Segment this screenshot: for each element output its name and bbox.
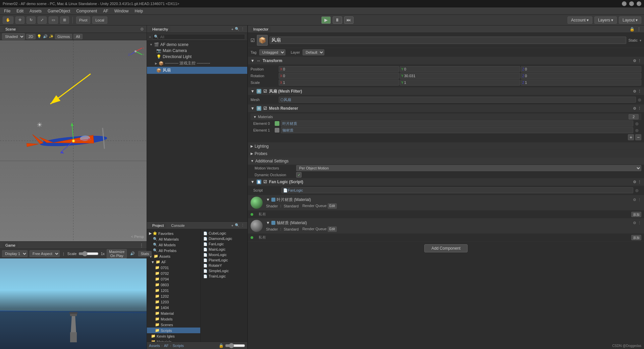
mat2-options-icon[interactable]: ⚙: [633, 221, 636, 225]
mesh-filter-header[interactable]: ▼ ⊞ ☑ 风扇 (Mesh Filter) ⚙ ⋮: [248, 88, 644, 95]
menu-component[interactable]: Component: [73, 8, 100, 14]
hierarchy-search-icon[interactable]: 🔍: [235, 27, 239, 31]
additional-settings-header[interactable]: ▼ Additional Settings: [248, 157, 644, 165]
probes-section-row[interactable]: ▶ Probes: [248, 150, 644, 157]
transform-component-header[interactable]: ▼ ↔ Transform ⚙ ⋮: [248, 57, 644, 64]
display-select[interactable]: Display 1: [2, 250, 28, 257]
file-simple-logic[interactable]: 📄 SimpleLogic: [202, 268, 246, 273]
position-z-field[interactable]: Z 0: [521, 66, 641, 72]
mat2-overflow-icon[interactable]: ⋮: [638, 221, 641, 225]
account-button[interactable]: Account ▾: [568, 16, 592, 24]
tab-hierarchy[interactable]: Hierarchy: [150, 27, 171, 32]
checkbox-mesh-filter[interactable]: ☑: [263, 89, 267, 94]
rect-tool[interactable]: ▭: [49, 16, 58, 24]
transform-overflow-icon[interactable]: ⋮: [638, 59, 641, 63]
minimize-button[interactable]: —: [622, 1, 627, 6]
scale-x-field[interactable]: X 1: [279, 80, 399, 86]
file-cube-logic[interactable]: 📄 CubeLogic: [202, 231, 246, 236]
file-diamond-logic[interactable]: 📄 DiamondLogic: [202, 236, 246, 241]
pivot-button[interactable]: Pivot: [76, 16, 90, 24]
file-train-logic[interactable]: 📄 TrainLogic: [202, 273, 246, 279]
project-options-icon[interactable]: ⋮: [241, 223, 245, 228]
remove-material-button[interactable]: −: [635, 134, 641, 140]
file-rotate-y[interactable]: 📄 RotateY: [202, 263, 246, 268]
tree-all-prefabs[interactable]: 🔍 All Prefabs: [147, 248, 200, 253]
project-search-icon[interactable]: 🔍: [235, 223, 239, 228]
scale-tool[interactable]: ⤢: [38, 16, 47, 24]
menu-gameobject[interactable]: GameObject: [45, 8, 73, 14]
local-button[interactable]: Local: [92, 16, 107, 24]
tree-1404[interactable]: 📁 1404: [147, 305, 200, 310]
tab-console[interactable]: Console: [168, 223, 187, 228]
element0-value[interactable]: 叶片材质: [281, 120, 633, 127]
position-y-field[interactable]: Y 0: [400, 66, 520, 72]
hierarchy-item-fan[interactable]: 📦 风扇: [147, 67, 247, 74]
tab-scene[interactable]: Scene: [3, 27, 18, 32]
add-material-button[interactable]: +: [628, 134, 634, 140]
scale-slider[interactable]: [78, 251, 99, 256]
menu-file[interactable]: File: [1, 8, 13, 14]
script-select-icon[interactable]: ◎: [635, 188, 639, 193]
tab-project[interactable]: Project: [150, 223, 166, 228]
menu-af[interactable]: AF: [100, 8, 111, 14]
tag-select[interactable]: Untagged: [259, 49, 285, 55]
rotation-x-field[interactable]: X 0: [279, 73, 399, 79]
element0-select-icon[interactable]: ◎: [635, 121, 639, 126]
2d-button[interactable]: 2D: [26, 34, 36, 39]
rotate-tool[interactable]: ↻: [26, 16, 36, 24]
shading-mode-select[interactable]: Shaded: [2, 33, 25, 40]
game-options-icon[interactable]: ⋮: [139, 243, 144, 248]
script-value[interactable]: 📄 FanLogic: [281, 187, 633, 193]
close-button[interactable]: ✕: [637, 1, 641, 6]
hand-tool[interactable]: ✋: [3, 16, 13, 24]
all-button[interactable]: All: [73, 34, 82, 39]
mesh-renderer-header[interactable]: ▼ ⊞ ☑ Mesh Renderer ⚙ ⋮: [248, 105, 644, 112]
inspector-dots-icon[interactable]: ⋮: [637, 27, 641, 32]
lighting-section-row[interactable]: ▶ Lighting: [248, 143, 644, 150]
hierarchy-add-icon[interactable]: +: [231, 27, 233, 31]
motion-vectors-select[interactable]: Per Object Motion: [296, 165, 641, 171]
layers-button[interactable]: Layers ▾: [594, 16, 617, 24]
mesh-select-icon[interactable]: ◎: [638, 98, 641, 102]
chevron-down-icon[interactable]: ▾: [640, 39, 641, 42]
transform-options-icon[interactable]: ⚙: [633, 59, 636, 63]
fan-logic-overflow-icon[interactable]: ⋮: [638, 180, 641, 184]
tree-models[interactable]: 📁 Models: [147, 316, 200, 322]
tree-material[interactable]: 📁 Material: [147, 310, 200, 316]
mat2-edit-button[interactable]: Edit: [328, 227, 337, 232]
move-tool[interactable]: ✛: [15, 16, 24, 24]
mesh-renderer-options-icon[interactable]: ⚙: [633, 106, 636, 111]
layout-button[interactable]: Layout ▾: [619, 16, 641, 24]
breadcrumb-af[interactable]: AF: [164, 344, 169, 348]
thumbnail-size-slider[interactable]: [225, 343, 245, 348]
rotation-z-field[interactable]: Z 0: [521, 73, 641, 79]
tree-scenes[interactable]: 📁 Scenes: [147, 322, 200, 328]
mat1-options-icon[interactable]: ⚙: [633, 198, 636, 202]
mesh-filter-options-icon[interactable]: ⚙: [633, 89, 636, 94]
position-x-field[interactable]: X 0: [279, 66, 399, 72]
element1-select-icon[interactable]: ◎: [635, 128, 639, 133]
tree-materials2[interactable]: 📁 Materials: [147, 339, 200, 342]
menu-assets[interactable]: Assets: [27, 8, 44, 14]
hierarchy-item-controller[interactable]: ▶ 📦 ---------- 游戏主控 ----------: [147, 60, 247, 67]
breadcrumb-scripts[interactable]: Scripts: [172, 344, 184, 348]
dynamic-occlusion-checkbox[interactable]: ✓: [296, 172, 302, 178]
file-moon-logic[interactable]: 📄 MoonLogic: [202, 252, 246, 257]
play-button[interactable]: ▶: [321, 16, 331, 24]
material2-header[interactable]: ▼ 轴材质 (Material) ⚙ ⋮ Shader : Standard R…: [248, 218, 644, 234]
stats-button[interactable]: Stats: [138, 251, 151, 256]
mesh-renderer-overflow-icon[interactable]: ⋮: [638, 106, 641, 111]
project-add-icon[interactable]: +: [231, 223, 233, 228]
checkbox-fan-logic[interactable]: ☑: [263, 180, 267, 184]
tree-1201[interactable]: 📁 1201: [147, 288, 200, 293]
step-button[interactable]: ⏭: [344, 16, 354, 24]
file-planet-logic[interactable]: 📄 PlanetLogic: [202, 257, 246, 263]
maximize-button[interactable]: □: [629, 1, 634, 6]
scale-y-field[interactable]: Y 1: [400, 80, 520, 86]
tree-all-models[interactable]: 🔍 All Models: [147, 242, 200, 248]
audio-icon[interactable]: 🔊: [43, 34, 48, 39]
light-icon[interactable]: 💡: [37, 34, 42, 39]
hierarchy-item-af-scene[interactable]: ▼ 🎬 AF demo scene: [147, 42, 247, 48]
pause-button[interactable]: ⏸: [333, 16, 342, 24]
mat1-edit-button[interactable]: Edit: [328, 203, 337, 209]
